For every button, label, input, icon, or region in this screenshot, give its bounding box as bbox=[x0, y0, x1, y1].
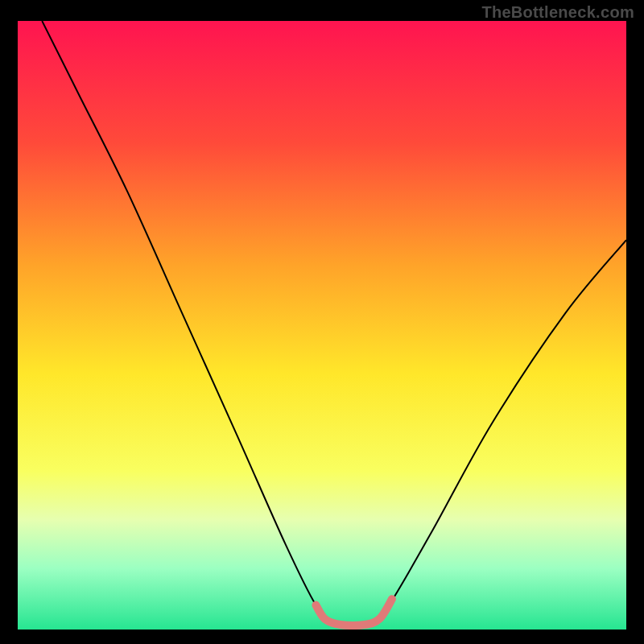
gradient-background bbox=[18, 21, 626, 630]
plot-area bbox=[18, 21, 626, 630]
chart-svg bbox=[18, 21, 626, 630]
watermark-text: TheBottleneck.com bbox=[481, 3, 634, 22]
chart-frame: TheBottleneck.com bbox=[0, 0, 644, 644]
